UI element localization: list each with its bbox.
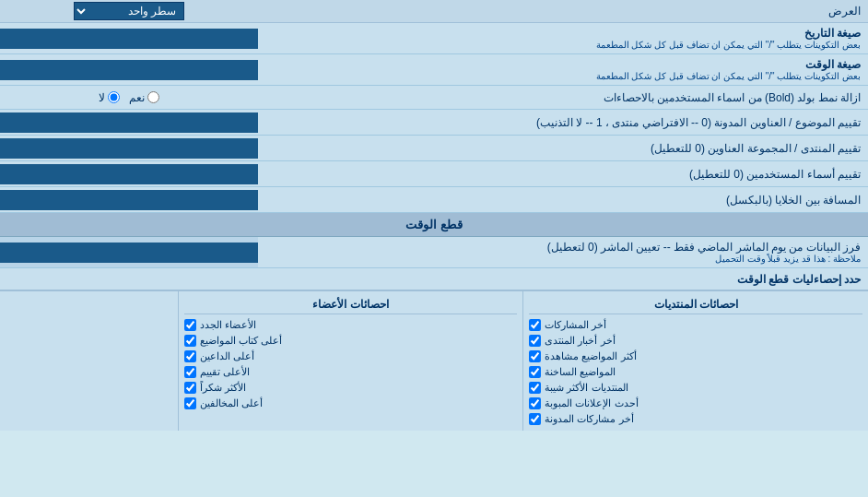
members-stat-checkbox-5[interactable] [184, 397, 196, 409]
list-item: أخر أخبار المنتدى [529, 333, 862, 349]
statistics-limit-label: حدد إحصاءليات قطع الوقت [0, 270, 868, 289]
list-item: أكثر المواضيع مشاهدة [529, 349, 862, 364]
bold-yes-label: نعم [129, 91, 159, 104]
list-item: أعلى المخالفين [184, 396, 518, 411]
posts-stat-checkbox-1[interactable] [529, 335, 541, 347]
time-format-label: صيغة الوقت بعض التكوينات يتطلب "/" التي … [258, 54, 868, 85]
forum-group-input[interactable]: 33 [4, 142, 254, 155]
list-item: الأكثر شكراً [184, 380, 518, 396]
members-stats-header: احصائات الأعضاء [184, 295, 518, 314]
bold-yes-radio[interactable] [147, 91, 159, 103]
members-stat-checkbox-1[interactable] [184, 335, 196, 347]
date-format-input[interactable]: d-m [4, 32, 254, 45]
list-item: أخر مشاركات المدونة [529, 411, 862, 427]
list-item: المنتديات الأكثر شيبة [529, 380, 862, 396]
bold-remove-label: ازالة نمط بولد (Bold) من اسماء المستخدمي… [258, 88, 868, 108]
members-stat-checkbox-4[interactable] [184, 382, 196, 394]
list-item: الأعلى تقييم [184, 364, 518, 380]
time-format-input[interactable]: H:i [4, 64, 254, 77]
posts-stat-checkbox-2[interactable] [529, 350, 541, 362]
time-cut-header: قطع الوقت [0, 213, 868, 237]
list-item: الأعضاء الجدد [184, 317, 518, 333]
list-item: أعلى الداعين [184, 349, 518, 364]
display-select[interactable]: سطر واحدسطرينثلاثة أسطر [74, 2, 184, 20]
posts-stat-checkbox-3[interactable] [529, 366, 541, 378]
list-item: أحدث الإعلانات المبوبة [529, 396, 862, 411]
members-stats-col: احصائات الأعضاء الأعضاء الجدد أعلى كتاب … [178, 291, 523, 431]
time-cut-fetch-label: فرز البيانات من يوم الماشر الماضي فقط --… [258, 237, 868, 267]
forum-topic-input[interactable]: 33 [4, 116, 254, 129]
posts-stat-checkbox-4[interactable] [529, 382, 541, 394]
bold-no-label: لا [99, 91, 120, 104]
posts-stat-checkbox-6[interactable] [529, 413, 541, 425]
list-item: المواضيع الساخنة [529, 364, 862, 380]
members-stat-checkbox-0[interactable] [184, 319, 196, 331]
cell-spacing-input[interactable]: 2 [4, 194, 254, 207]
forum-topic-label: تقييم الموضوع / العناوين المدونة (0 -- ا… [258, 112, 868, 133]
users-names-input[interactable]: 0 [4, 168, 254, 181]
cell-spacing-label: المسافة بين الخلايا (بالبكسل) [258, 190, 868, 210]
posts-stat-checkbox-5[interactable] [529, 397, 541, 409]
members-stat-checkbox-2[interactable] [184, 350, 196, 362]
date-format-label: صيغة التاريخ بعض التكوينات يتطلب "/" الت… [258, 23, 868, 53]
members-stat-checkbox-3[interactable] [184, 366, 196, 378]
empty-col [0, 291, 178, 431]
posts-stats-header: احصائات المنتديات [529, 295, 862, 314]
time-cut-fetch-input[interactable]: 0 [4, 246, 254, 259]
display-label: العرض [258, 2, 868, 20]
posts-stat-checkbox-0[interactable] [529, 319, 541, 331]
bold-no-radio[interactable] [108, 91, 120, 103]
posts-stats-col: احصائات المنتديات أخر المشاركات أخر أخبا… [522, 291, 868, 431]
users-names-label: تقييم أسماء المستخدمين (0 للتعطيل) [258, 164, 868, 184]
list-item: أخر المشاركات [529, 317, 862, 333]
list-item: أعلى كتاب المواضيع [184, 333, 518, 349]
forum-group-label: تقييم المنتدى / المجموعة العناوين (0 للت… [258, 138, 868, 159]
